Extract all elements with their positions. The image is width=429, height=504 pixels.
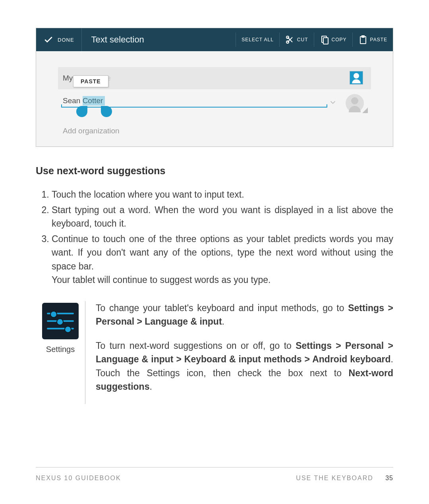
settings-icon-label: Settings xyxy=(36,345,85,354)
note-icon-column: Settings xyxy=(36,301,85,404)
section-heading: Use next-word suggestions xyxy=(36,165,393,177)
select-all-button[interactable]: SELECT ALL xyxy=(236,33,279,47)
settings-note: Settings To change your tablet's keyboar… xyxy=(36,301,393,404)
note-text-column: To change your tablet's keyboard and inp… xyxy=(85,301,393,404)
selection-handle-right-icon[interactable] xyxy=(101,106,112,122)
cut-button[interactable]: CUT xyxy=(279,33,314,47)
text-selection-highlight xyxy=(83,96,105,106)
selection-handle-left-icon[interactable] xyxy=(76,106,87,122)
cab-title: Text selection xyxy=(82,35,154,45)
profile-avatar-icon xyxy=(350,71,363,85)
note-paragraph-2: To turn next-word suggestions on or off,… xyxy=(96,339,393,394)
footer-book-title: NEXUS 10 GUIDEBOOK xyxy=(36,475,121,482)
text-selection-screenshot: DONE Text selection SELECT ALL CUT COPY … xyxy=(36,28,393,147)
profile-text-prefix: My xyxy=(63,74,73,83)
add-organization-link[interactable]: Add organization xyxy=(58,127,371,135)
copy-icon xyxy=(320,35,329,44)
svg-rect-3 xyxy=(323,38,328,44)
paste-icon xyxy=(358,35,368,44)
step-3: Continue to touch one of the three optio… xyxy=(52,232,393,287)
steps-list: Touch the location where you want to inp… xyxy=(38,188,393,287)
settings-app-icon xyxy=(42,303,79,339)
contact-edit-area: My local profile PASTE Sean Cotter xyxy=(36,51,393,135)
profile-row[interactable]: My local profile PASTE xyxy=(58,67,371,89)
paste-button[interactable]: PASTE xyxy=(352,33,393,47)
footer-right: USE THE KEYBOARD 35 xyxy=(296,475,393,482)
name-field-row: Sean Cotter xyxy=(58,95,371,113)
copy-button[interactable]: COPY xyxy=(314,33,352,47)
expand-name-chevron-icon[interactable] xyxy=(329,98,337,108)
note-paragraph-1: To change your tablet's keyboard and inp… xyxy=(96,301,393,329)
step-2: Start typing out a word. When the word y… xyxy=(52,203,393,231)
contact-photo-placeholder-icon[interactable] xyxy=(346,94,364,112)
page-footer: NEXUS 10 GUIDEBOOK USE THE KEYBOARD 35 xyxy=(36,467,393,482)
guidebook-page: DONE Text selection SELECT ALL CUT COPY … xyxy=(0,0,429,504)
contextual-action-bar: DONE Text selection SELECT ALL CUT COPY … xyxy=(36,28,393,51)
page-number: 35 xyxy=(385,475,393,481)
paste-popup[interactable]: PASTE xyxy=(73,75,108,87)
footer-section: USE THE KEYBOARD xyxy=(296,475,373,481)
done-label: DONE xyxy=(58,37,74,43)
done-button[interactable]: DONE xyxy=(36,28,82,51)
cut-icon xyxy=(285,35,295,44)
step-1: Touch the location where you want to inp… xyxy=(52,188,393,202)
check-icon xyxy=(43,35,54,45)
